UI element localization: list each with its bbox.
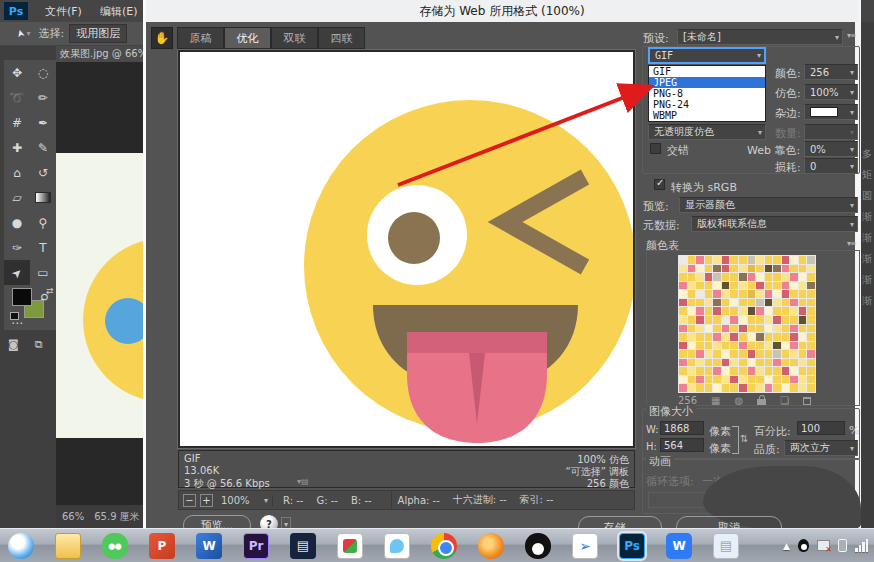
color-swatch[interactable] [782, 273, 790, 281]
color-swatch[interactable] [679, 273, 687, 281]
type-tool[interactable]: T [30, 235, 56, 260]
color-swatch[interactable] [765, 376, 773, 384]
color-swatch[interactable] [739, 256, 747, 264]
color-swatch[interactable] [705, 316, 713, 324]
color-swatch[interactable] [713, 376, 721, 384]
color-swatch[interactable] [748, 290, 756, 298]
dither-dropdown[interactable]: 100%▾ [804, 84, 858, 100]
color-swatch[interactable] [799, 376, 807, 384]
color-swatch[interactable] [722, 350, 730, 358]
color-swatch[interactable] [688, 282, 696, 290]
color-swatch[interactable] [748, 299, 756, 307]
color-swatch[interactable] [807, 282, 815, 290]
color-swatch[interactable] [790, 273, 798, 281]
color-swatch[interactable] [773, 307, 781, 315]
color-swatch[interactable] [790, 307, 798, 315]
color-swatch[interactable] [713, 265, 721, 273]
color-swatch[interactable] [696, 359, 704, 367]
color-swatch[interactable] [730, 256, 738, 264]
matte-dropdown[interactable]: ▾ [804, 104, 858, 120]
color-swatch[interactable] [790, 384, 798, 392]
color-swatch[interactable] [773, 367, 781, 375]
color-swatch[interactable] [722, 290, 730, 298]
color-swatch[interactable] [696, 290, 704, 298]
color-swatch[interactable] [696, 265, 704, 273]
color-swatch[interactable] [807, 359, 815, 367]
color-swatch[interactable] [739, 265, 747, 273]
color-swatch[interactable] [730, 342, 738, 350]
interlace-checkbox[interactable] [650, 143, 661, 154]
color-swatch[interactable] [765, 265, 773, 273]
color-swatch[interactable] [807, 265, 815, 273]
color-swatch[interactable] [799, 265, 807, 273]
color-swatch[interactable] [756, 299, 764, 307]
color-swatch[interactable] [790, 299, 798, 307]
color-swatch[interactable] [807, 384, 815, 392]
color-swatch[interactable] [773, 325, 781, 333]
color-swatch[interactable] [799, 273, 807, 281]
color-swatch[interactable] [713, 307, 721, 315]
color-swatch[interactable] [807, 333, 815, 341]
color-swatch[interactable] [756, 290, 764, 298]
color-swatch[interactable] [722, 316, 730, 324]
color-swatch[interactable] [688, 333, 696, 341]
dodge-tool[interactable]: ⚲ [30, 210, 56, 235]
color-swatch[interactable] [722, 282, 730, 290]
color-swatch[interactable] [765, 359, 773, 367]
color-swatch[interactable] [807, 376, 815, 384]
taskbar-video-app[interactable]: ▤ [290, 533, 316, 559]
color-swatch[interactable] [679, 342, 687, 350]
color-swatch[interactable] [773, 282, 781, 290]
color-swatch[interactable] [782, 282, 790, 290]
color-swatch[interactable] [696, 367, 704, 375]
color-swatch[interactable] [756, 282, 764, 290]
color-swatch[interactable] [739, 273, 747, 281]
format-option-PNG-24[interactable]: PNG-24 [649, 99, 765, 110]
color-swatch[interactable] [722, 256, 730, 264]
color-swatch[interactable] [748, 273, 756, 281]
color-table-grid[interactable] [678, 255, 816, 393]
color-swatch[interactable] [713, 299, 721, 307]
color-swatch[interactable] [730, 367, 738, 375]
lock-color-icon[interactable] [757, 399, 766, 405]
color-swatch[interactable] [782, 299, 790, 307]
color-swatch[interactable] [705, 350, 713, 358]
network-error-icon[interactable] [817, 540, 830, 551]
color-swatch[interactable] [696, 316, 704, 324]
color-swatch[interactable] [679, 333, 687, 341]
color-swatch[interactable] [739, 282, 747, 290]
matte-color-swatch[interactable] [810, 107, 838, 117]
color-swatch[interactable] [756, 333, 764, 341]
color-swatch[interactable] [799, 367, 807, 375]
color-swatch[interactable] [688, 376, 696, 384]
color-swatch[interactable] [705, 384, 713, 392]
color-swatch[interactable] [713, 316, 721, 324]
color-swatch[interactable] [807, 299, 815, 307]
tab-双联[interactable]: 双联 [271, 27, 318, 49]
tray-expand-icon[interactable]: ▲ [783, 541, 790, 551]
color-swatch[interactable] [765, 316, 773, 324]
color-swatch[interactable] [688, 299, 696, 307]
color-swatch[interactable] [739, 316, 747, 324]
color-swatch[interactable] [790, 359, 798, 367]
quick-mask-icon[interactable]: ◙ [8, 338, 19, 351]
color-swatch[interactable] [799, 290, 807, 298]
websnap-dropdown[interactable]: 0%▾ [804, 141, 858, 157]
color-swatch[interactable] [705, 376, 713, 384]
color-swatch[interactable] [782, 384, 790, 392]
color-swatch[interactable] [790, 342, 798, 350]
color-swatch[interactable] [696, 342, 704, 350]
hand-tool-button[interactable]: ✋ [151, 27, 173, 49]
screen-mode-icon[interactable]: ⧉ [35, 338, 43, 351]
color-swatch[interactable] [773, 384, 781, 392]
color-swatch[interactable] [722, 325, 730, 333]
color-swatch[interactable] [807, 273, 815, 281]
taskbar-wps[interactable]: W [666, 533, 692, 559]
format-option-PNG-8[interactable]: PNG-8 [649, 88, 765, 99]
color-swatch[interactable] [799, 299, 807, 307]
color-swatch[interactable] [713, 333, 721, 341]
transparency-map-icon[interactable]: ◍ [735, 395, 744, 406]
color-swatch[interactable] [730, 316, 738, 324]
color-swatch[interactable] [713, 282, 721, 290]
color-swatch[interactable] [756, 342, 764, 350]
